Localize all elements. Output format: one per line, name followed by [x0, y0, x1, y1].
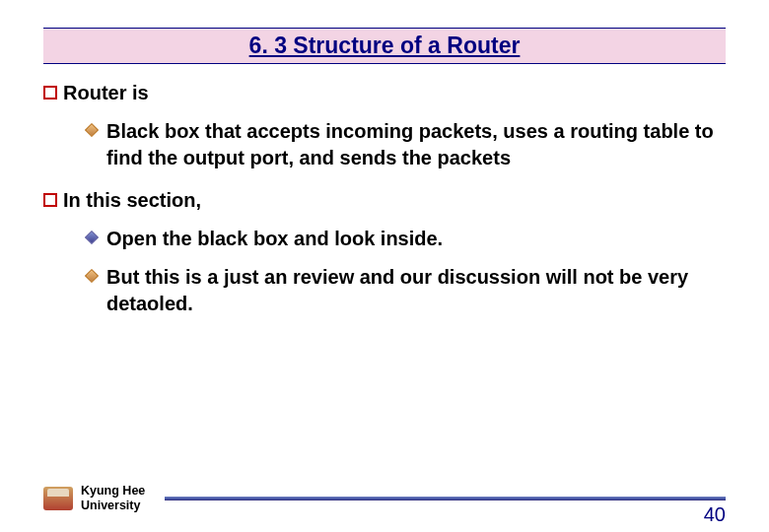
section-block: In this section, Open the black box and …: [43, 189, 726, 317]
subitems: Black box that accepts incoming packets,…: [87, 118, 726, 171]
slide-title: 6. 3 Structure of a Router: [249, 33, 521, 58]
university-line1: Kyung Hee: [81, 484, 145, 498]
university-name: Kyung Hee University: [81, 484, 145, 512]
list-item: Black box that accepts incoming packets,…: [87, 118, 726, 171]
diamond-bullet-icon: [85, 269, 99, 283]
list-item: But this is a just an review and our dis…: [87, 264, 726, 317]
university-logo-icon: [43, 487, 73, 510]
slide-content: Router is Black box that accepts incomin…: [0, 64, 769, 317]
footer-divider: [165, 497, 726, 500]
slide-footer: Kyung Hee University: [43, 484, 726, 512]
list-item-text: But this is a just an review and our dis…: [106, 264, 726, 317]
page-number: 40: [704, 503, 726, 526]
section-block: Router is Black box that accepts incomin…: [43, 82, 726, 171]
square-bullet-icon: [43, 86, 57, 100]
university-line2: University: [81, 499, 140, 512]
diamond-bullet-icon: [85, 231, 99, 244]
list-item: Open the black box and look inside.: [87, 226, 726, 252]
subitems: Open the black box and look inside. But …: [87, 226, 726, 317]
list-item-text: Open the black box and look inside.: [106, 226, 443, 252]
section-heading-row: In this section,: [43, 189, 726, 212]
list-item-text: Black box that accepts incoming packets,…: [106, 118, 726, 171]
section-heading: In this section,: [63, 189, 201, 212]
slide-title-bar: 6. 3 Structure of a Router: [43, 28, 726, 64]
square-bullet-icon: [43, 193, 57, 207]
section-heading: Router is: [63, 82, 149, 104]
section-heading-row: Router is: [43, 82, 726, 104]
diamond-bullet-icon: [85, 123, 99, 137]
